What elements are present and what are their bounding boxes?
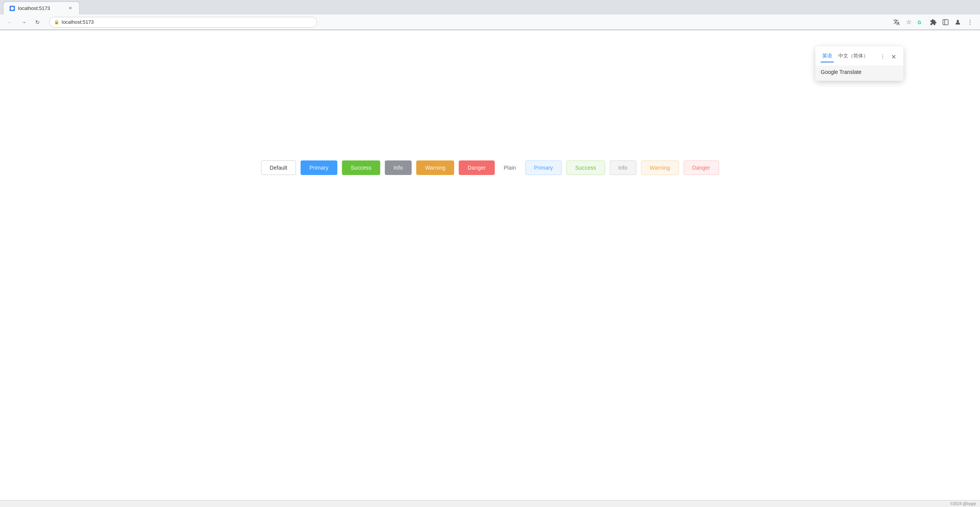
- browser-chrome: localhost:5173 ✕ ← → ↻ 🔒 localhost:5173 …: [0, 0, 980, 30]
- source-language-button[interactable]: 英语: [821, 51, 834, 62]
- address-text: localhost:5173: [62, 19, 94, 25]
- bookmark-button[interactable]: ☆: [903, 17, 914, 28]
- address-bar[interactable]: 🔒 localhost:5173: [49, 17, 317, 28]
- tab-bar: localhost:5173 ✕: [0, 0, 980, 15]
- translate-more-button[interactable]: [878, 52, 887, 61]
- toolbar-right: ☆ G: [891, 17, 975, 28]
- active-tab[interactable]: localhost:5173 ✕: [3, 2, 80, 15]
- translate-body: Google Translate: [815, 65, 903, 81]
- status-bar: ©2024 @bygqr: [0, 500, 980, 507]
- svg-point-9: [882, 56, 883, 57]
- address-lock-icon: 🔒: [54, 20, 59, 25]
- sidebar-button[interactable]: [940, 17, 951, 28]
- forward-button[interactable]: →: [18, 17, 29, 28]
- translate-header: 英语 中文（简体） ✕: [815, 46, 903, 65]
- danger-button[interactable]: Danger: [459, 160, 494, 175]
- plain-info-button[interactable]: Info: [609, 160, 636, 175]
- translate-close-button[interactable]: ✕: [889, 52, 898, 61]
- status-text: ©2024 @bygqr: [950, 502, 976, 506]
- svg-point-6: [970, 21, 970, 22]
- address-bar-row: ← → ↻ 🔒 localhost:5173 ☆ G: [0, 15, 980, 30]
- plain-button[interactable]: Plain: [499, 161, 520, 175]
- plain-danger-button[interactable]: Danger: [684, 160, 719, 175]
- tab-favicon: [10, 6, 15, 11]
- plain-primary-button[interactable]: Primary: [525, 160, 562, 175]
- svg-text:G: G: [918, 20, 921, 25]
- tab-close-button[interactable]: ✕: [67, 5, 73, 11]
- target-language-button[interactable]: 中文（简体）: [837, 51, 870, 62]
- menu-button[interactable]: [965, 17, 975, 28]
- reload-button[interactable]: ↻: [32, 17, 43, 28]
- success-button[interactable]: Success: [342, 160, 380, 175]
- svg-point-5: [970, 20, 970, 20]
- svg-rect-2: [943, 20, 948, 25]
- svg-point-8: [882, 54, 883, 55]
- translate-header-icons: ✕: [878, 52, 898, 61]
- svg-point-0: [11, 7, 14, 10]
- grammarly-button[interactable]: G: [916, 17, 926, 28]
- bookmark-icon: ☆: [906, 18, 911, 26]
- back-button[interactable]: ←: [5, 17, 15, 28]
- info-button[interactable]: Info: [385, 160, 412, 175]
- profile-button[interactable]: [952, 17, 963, 28]
- svg-point-4: [957, 20, 959, 22]
- button-row: Default Primary Success Info Warning Dan…: [261, 160, 719, 175]
- svg-point-10: [882, 58, 883, 59]
- tab-title: localhost:5173: [18, 5, 50, 11]
- translate-popup: 英语 中文（简体） ✕ Google Translate: [815, 46, 903, 81]
- primary-button[interactable]: Primary: [301, 160, 337, 175]
- translate-body-text: Google Translate: [821, 69, 862, 75]
- warning-button[interactable]: Warning: [416, 160, 454, 175]
- plain-warning-button[interactable]: Warning: [641, 160, 679, 175]
- page-content: 英语 中文（简体） ✕ Google Translate Default Pri…: [0, 30, 980, 507]
- plain-success-button[interactable]: Success: [566, 160, 605, 175]
- default-button[interactable]: Default: [261, 160, 296, 175]
- translate-icon-button[interactable]: [891, 17, 902, 28]
- extensions-button[interactable]: [928, 17, 939, 28]
- svg-point-7: [970, 24, 970, 25]
